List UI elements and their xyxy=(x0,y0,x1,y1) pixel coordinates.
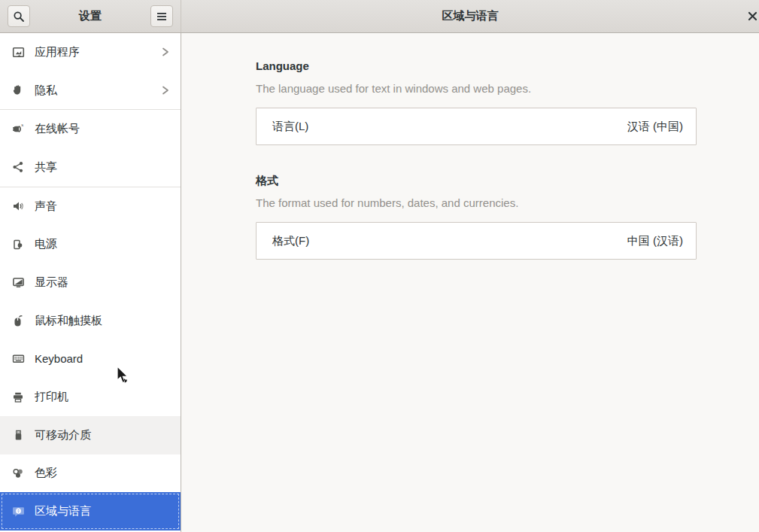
formats-row-value: 中国 (汉语) xyxy=(627,234,683,248)
displays-icon xyxy=(11,275,25,289)
chevron-right-icon xyxy=(161,47,170,57)
panel-content: Language The language used for text in w… xyxy=(256,33,697,260)
sidebar-item-privacy[interactable]: 隐私 xyxy=(0,71,181,110)
keyboard-icon xyxy=(11,352,25,366)
language-row-value: 汉语 (中国) xyxy=(627,120,683,134)
sharing-icon xyxy=(11,160,25,174)
language-row[interactable]: 语言(L) 汉语 (中国) xyxy=(256,108,697,145)
sidebar-item-mouse-touchpad[interactable]: 鼠标和触摸板 xyxy=(0,302,181,340)
sound-icon xyxy=(11,199,25,213)
svg-text:s: s xyxy=(21,123,23,128)
settings-window: 设置 区域与语言 应用程序 xyxy=(0,0,759,532)
sidebar-item-sharing[interactable]: 共享 xyxy=(0,148,181,187)
applications-icon xyxy=(11,45,25,59)
sidebar-item-label: 电源 xyxy=(35,237,170,251)
online-accounts-icon: s xyxy=(11,123,25,136)
region-language-panel: Language The language used for text in w… xyxy=(181,33,759,532)
sidebar-item-online-accounts[interactable]: s 在线帐号 xyxy=(0,110,181,148)
power-icon xyxy=(11,238,25,251)
headerbar: 设置 区域与语言 xyxy=(0,0,759,33)
sidebar-item-label: 打印机 xyxy=(35,390,170,404)
region-language-icon xyxy=(11,505,25,518)
sidebar-item-label: 鼠标和触摸板 xyxy=(35,314,170,328)
color-icon xyxy=(11,467,25,480)
sidebar-item-label: Keyboard xyxy=(35,352,170,365)
sidebar-item-label: 声音 xyxy=(35,199,170,214)
sidebar-item-label: 应用程序 xyxy=(35,45,161,59)
language-row-label: 语言(L) xyxy=(272,120,308,134)
chevron-right-icon xyxy=(161,85,170,96)
language-section-title: Language xyxy=(256,33,697,72)
close-x-icon xyxy=(748,11,757,21)
language-section-description: The language used for text in windows an… xyxy=(256,72,697,95)
close-window-button[interactable] xyxy=(741,5,759,27)
privacy-icon xyxy=(11,84,25,97)
sidebar-item-label: 隐私 xyxy=(35,84,161,98)
sidebar-item-applications[interactable]: 应用程序 xyxy=(0,33,181,71)
sidebar-item-power[interactable]: 电源 xyxy=(0,225,181,263)
sidebar-item-region-language[interactable]: 区域与语言 xyxy=(0,492,181,530)
sidebar-item-label: 区域与语言 xyxy=(35,504,170,518)
printers-icon xyxy=(11,391,25,404)
sidebar-item-keyboard[interactable]: Keyboard xyxy=(0,340,181,378)
sidebar-title: 设置 xyxy=(79,9,102,23)
search-button[interactable] xyxy=(8,5,30,27)
search-icon xyxy=(13,11,25,23)
sidebar-item-label: 在线帐号 xyxy=(35,122,170,136)
removable-media-icon xyxy=(11,428,25,442)
formats-section-title: 格式 xyxy=(256,145,697,187)
settings-sidebar: 应用程序 隐私 s 在线帐号 共享 xyxy=(0,33,181,532)
sidebar-item-color[interactable]: 色彩 xyxy=(0,454,181,493)
sidebar-item-label: 可移动介质 xyxy=(35,428,170,442)
hamburger-menu-icon xyxy=(156,12,167,21)
sidebar-item-removable-media[interactable]: 可移动介质 xyxy=(0,416,181,454)
sidebar-item-printers[interactable]: 打印机 xyxy=(0,378,181,416)
sidebar-item-label: 显示器 xyxy=(35,275,170,290)
formats-row[interactable]: 格式(F) 中国 (汉语) xyxy=(256,222,697,260)
sidebar-item-sound[interactable]: 声音 xyxy=(0,187,181,226)
sidebar-item-displays[interactable]: 显示器 xyxy=(0,263,181,302)
page-title: 区域与语言 xyxy=(442,9,499,23)
headerbar-main-section: 区域与语言 xyxy=(181,0,759,32)
sidebar-item-label: 共享 xyxy=(35,160,170,175)
primary-menu-button[interactable] xyxy=(150,5,173,27)
mouse-touchpad-icon xyxy=(11,314,25,327)
formats-row-label: 格式(F) xyxy=(272,234,309,248)
formats-section-description: The format used for numbers, dates, and … xyxy=(256,187,697,209)
headerbar-sidebar-section: 设置 xyxy=(0,0,181,32)
sidebar-item-label: 色彩 xyxy=(35,466,170,480)
